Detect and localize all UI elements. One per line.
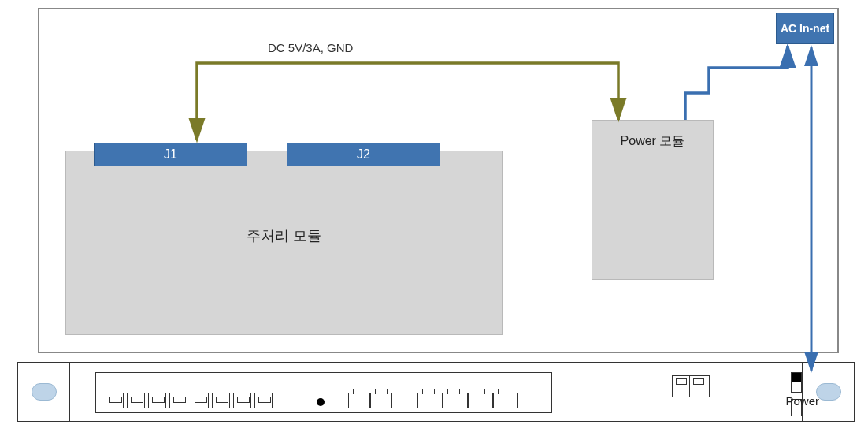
usb-port-block (672, 375, 710, 397)
ac-inlet-label: AC In-net (781, 22, 829, 35)
small-port-icon (191, 393, 209, 408)
power-indicator-icon (791, 372, 802, 393)
j2-connector: J2 (287, 143, 440, 166)
rack-front-panel (17, 362, 855, 422)
main-module-label: 주처리 모듈 (66, 226, 502, 245)
usb-port-icon (690, 376, 707, 397)
dc-power-line-label: DC 5V/3A, GND (268, 41, 353, 54)
power-module: Power 모듈 (592, 120, 714, 280)
ethernet-port-icon (443, 393, 468, 408)
ethernet-port-icon (348, 393, 370, 408)
j2-label: J2 (357, 147, 370, 162)
usb-port-icon (673, 376, 690, 397)
ethernet-port-pair (348, 393, 392, 408)
small-port-icon (148, 393, 166, 408)
ac-inlet-block: AC In-net (776, 13, 834, 44)
front-ports-group (95, 372, 552, 413)
small-port-icon (233, 393, 251, 408)
ethernet-port-icon (493, 393, 518, 408)
small-port-icon (254, 393, 273, 408)
ethernet-port-icon (417, 393, 443, 408)
small-port-icon (169, 393, 187, 408)
status-led-icon (317, 398, 325, 406)
small-port-icon (106, 393, 124, 408)
j1-connector: J1 (94, 143, 247, 166)
rack-ear-left (18, 363, 70, 421)
rack-ear-right (802, 363, 854, 421)
j1-label: J1 (164, 147, 177, 162)
rack-mount-hole-icon (32, 383, 57, 401)
indicator-port-row (106, 393, 273, 408)
power-indicator-fill (792, 373, 801, 382)
ethernet-port-icon (370, 393, 392, 408)
small-port-icon (212, 393, 230, 408)
main-processing-module: 주처리 모듈 (65, 151, 503, 335)
power-module-label: Power 모듈 (592, 133, 713, 150)
ethernet-port-icon (468, 393, 493, 408)
rack-mount-hole-icon (816, 383, 841, 401)
small-port-icon (127, 393, 145, 408)
front-power-label: Power (785, 394, 819, 408)
ethernet-port-quad (417, 393, 518, 408)
